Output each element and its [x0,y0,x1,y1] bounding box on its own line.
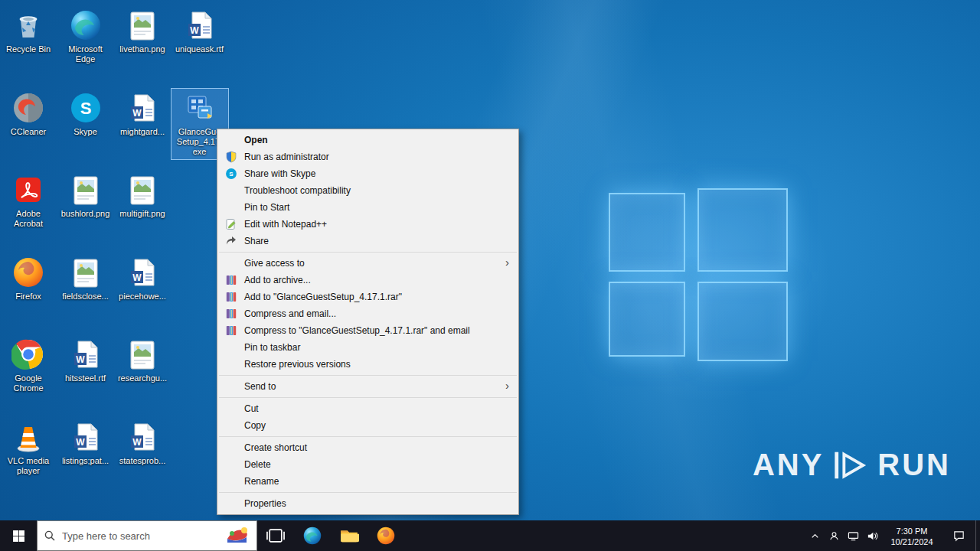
taskbar-firefox-button[interactable] [368,520,404,551]
taskbar-edge-button[interactable] [294,520,331,551]
desktop[interactable]: Recycle BinMicrosoft Edgelivethan.pngWun… [0,0,980,520]
taskbar-clock[interactable]: 7:30 PM 10/21/2024 [882,525,942,547]
search-highlights-icon[interactable] [224,524,250,547]
action-center-button[interactable] [942,520,975,551]
context-menu-item-create-shortcut[interactable]: Create shortcut [217,439,518,456]
desktop-icon-vlc-media-player[interactable]: VLC media player [0,418,57,478]
uac-shield-icon [225,151,237,163]
desktop-icon-skype[interactable]: SSkype [57,89,114,139]
notifications-icon [952,530,965,543]
submenu-chevron-icon: › [505,379,509,392]
svg-text:W: W [190,25,199,36]
menu-item-label: Restore previous versions [244,359,351,370]
menu-separator [219,375,517,376]
desktop-icon-fieldsclose[interactable]: fieldsclose... [57,253,114,304]
desktop-icon-bushlord-png[interactable]: bushlord.png [57,171,114,221]
context-menu-item-add-to-glanceguestsetup-4-17-1-rar[interactable]: Add to "GlanceGuestSetup_4.17.1.rar" [217,289,518,305]
taskbar: Type here to search 7:30 PM 10/21/2024 [0,520,980,551]
desktop-icon-ccleaner[interactable]: CCleaner [0,89,57,139]
context-menu: OpenRun as administratorSShare with Skyp… [217,129,519,515]
context-menu-item-copy[interactable]: Copy [217,417,518,434]
desktop-icon-label: multigift.png [119,209,165,219]
menu-separator [219,397,517,398]
desktop-icon-label: Recycle Bin [6,44,51,54]
start-button[interactable] [0,520,37,551]
context-menu-item-restore-previous-versions[interactable]: Restore previous versions [217,356,518,373]
svg-text:W: W [76,436,85,447]
taskbar-file-explorer-button[interactable] [331,520,368,551]
svg-text:W: W [76,354,85,365]
menu-item-label: Rename [244,476,279,487]
tray-contact-person-button[interactable] [825,520,844,551]
desktop-icon-multigift-png[interactable]: multigift.png [114,171,171,221]
desktop-icon-recycle-bin[interactable]: Recycle Bin [0,6,57,57]
context-menu-item-add-to-archive[interactable]: Add to archive... [217,272,518,289]
desktop-icon-statesprob[interactable]: Wstatesprob... [114,418,171,468]
context-menu-item-compress-and-email[interactable]: Compress and email... [217,305,518,322]
context-menu-item-share[interactable]: Share [217,233,518,249]
show-desktop-button[interactable] [975,520,980,551]
word-doc-icon: W [68,419,103,455]
context-menu-item-rename[interactable]: Rename [217,473,518,490]
desktop-icon-label: Firefox [15,292,41,302]
svg-text:W: W [132,436,142,447]
firefox-icon [376,526,396,546]
menu-item-label: Open [244,135,268,145]
desktop-icon-label: hitssteel.rtf [65,373,106,383]
desktop-icon-label: Adobe Acrobat [1,209,56,229]
installer-icon [182,90,217,126]
ccleaner-icon [11,90,46,126]
svg-text:S: S [229,171,234,178]
context-menu-item-cut[interactable]: Cut [217,400,518,417]
tray-volume-button[interactable] [863,520,882,551]
anyrun-watermark: ANY RUN [753,448,951,482]
search-icon [44,530,56,542]
desktop-icon-google-chrome[interactable]: Google Chrome [0,335,57,396]
desktop-icon-label: uniqueask.rtf [175,44,224,54]
menu-item-label: Cut [244,403,259,414]
volume-icon [867,530,878,542]
desktop-icon-researchgu[interactable]: researchgu... [114,335,171,386]
menu-item-label: Troubleshoot compatibility [244,185,351,196]
menu-item-label: Run as administrator [244,152,329,162]
winrar-icon [225,291,237,303]
context-menu-item-compress-to-glanceguestsetup-4-17-1-rar-and-email[interactable]: Compress to "GlanceGuestSetup_4.17.1.rar… [217,322,518,339]
share-icon [225,235,237,247]
context-menu-item-share-with-skype[interactable]: SShare with Skype [217,165,518,182]
desktop-icon-label: livethan.png [119,44,165,54]
taskbar-search-box[interactable]: Type here to search [37,520,257,551]
desktop-icon-microsoft-edge[interactable]: Microsoft Edge [57,6,114,67]
menu-item-label: Compress and email... [244,308,336,319]
menu-item-label: Pin to Start [244,202,289,213]
context-menu-item-delete[interactable]: Delete [217,456,518,473]
context-menu-item-edit-with-notepad[interactable]: Edit with Notepad++ [217,216,518,233]
svg-text:W: W [132,272,142,282]
firefox-icon [11,255,46,290]
context-menu-item-send-to[interactable]: Send to› [217,378,518,395]
tray-chevron-up-button[interactable] [805,520,825,551]
context-menu-item-run-as-administrator[interactable]: Run as administrator [217,148,518,165]
taskbar-task-view-button[interactable] [257,520,294,551]
desktop-icon-hitssteel-rtf[interactable]: Whitssteel.rtf [57,335,114,386]
context-menu-item-give-access-to[interactable]: Give access to› [217,255,518,272]
desktop-icon-adobe-acrobat[interactable]: Adobe Acrobat [0,171,57,231]
desktop-icon-listings-pat[interactable]: Wlistings;pat... [57,418,114,468]
desktop-icon-piecehowe[interactable]: Wpiecehowe... [114,253,171,304]
context-menu-item-pin-to-start[interactable]: Pin to Start [217,199,518,216]
tray-network-display-button[interactable] [844,520,863,551]
vlc-icon [11,419,46,455]
desktop-icon-mightgard[interactable]: Wmightgard... [114,89,171,139]
image-file-icon [68,255,103,290]
desktop-icon-uniqueask-rtf[interactable]: Wuniqueask.rtf [172,6,228,57]
context-menu-item-pin-to-taskbar[interactable]: Pin to taskbar [217,339,518,356]
desktop-icon-livethan-png[interactable]: livethan.png [114,6,171,57]
menu-item-label: Edit with Notepad++ [244,219,327,230]
tray-icons [805,520,882,551]
menu-item-label: Pin to taskbar [244,342,300,353]
context-menu-item-properties[interactable]: Properties [217,495,518,512]
desktop-icon-firefox[interactable]: Firefox [0,253,57,304]
context-menu-item-troubleshoot-compatibility[interactable]: Troubleshoot compatibility [217,182,518,199]
edge-icon [68,8,103,43]
context-menu-item-open[interactable]: Open [217,132,518,148]
menu-item-label: Add to "GlanceGuestSetup_4.17.1.rar" [244,292,402,302]
